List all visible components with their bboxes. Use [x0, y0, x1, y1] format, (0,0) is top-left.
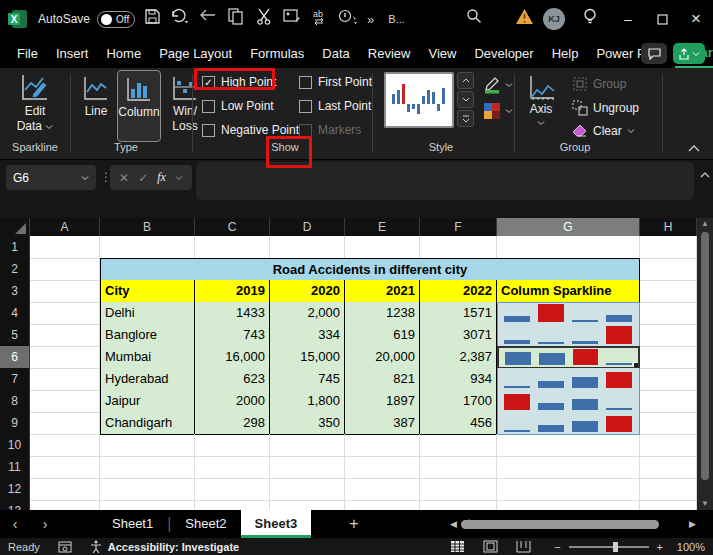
row-header[interactable]: 11 — [0, 456, 30, 479]
comments-button[interactable] — [641, 43, 667, 64]
tab-formulas[interactable]: Formulas — [241, 40, 313, 67]
cell-value[interactable]: 619 — [345, 324, 420, 347]
select-all-corner[interactable] — [0, 218, 30, 236]
cell[interactable] — [640, 346, 697, 369]
page-layout-view-button[interactable] — [483, 540, 498, 553]
cut-button[interactable] — [253, 8, 275, 30]
col-header-d[interactable]: D — [270, 218, 345, 236]
cell-value[interactable]: 745 — [270, 368, 345, 391]
cell[interactable] — [640, 412, 697, 435]
cell-value[interactable]: 1,800 — [270, 390, 345, 413]
cell[interactable] — [195, 236, 270, 259]
cell[interactable] — [270, 478, 345, 501]
tab-home[interactable]: Home — [97, 40, 150, 67]
style-preview[interactable] — [384, 72, 454, 128]
cell-value[interactable]: 298 — [195, 412, 270, 435]
copy-button[interactable] — [225, 8, 247, 30]
style-gallery-more-button[interactable] — [457, 110, 474, 127]
cell[interactable] — [270, 236, 345, 259]
warning-icon[interactable] — [513, 8, 535, 30]
checkbox-last-point[interactable]: Last Point — [299, 99, 371, 113]
cell[interactable] — [30, 236, 100, 259]
style-scroll-down-button[interactable] — [457, 91, 474, 108]
cell-value[interactable]: 20,000 — [345, 346, 420, 369]
sparkline-cell[interactable] — [497, 368, 640, 391]
cell[interactable] — [30, 434, 100, 457]
cell-value[interactable]: 934 — [420, 368, 497, 391]
cell[interactable] — [30, 324, 100, 347]
row-header[interactable]: 4 — [0, 302, 30, 325]
back-arrow-icon[interactable] — [197, 8, 219, 30]
tab-page-layout[interactable]: Page Layout — [150, 40, 241, 67]
tab-help[interactable]: Help — [543, 40, 588, 67]
tab-insert[interactable]: Insert — [47, 40, 98, 67]
line-sparkline-button[interactable]: Line — [76, 74, 116, 119]
minimize-button[interactable]: – — [611, 0, 645, 38]
cell-value[interactable]: 350 — [270, 412, 345, 435]
cell-value[interactable]: 334 — [270, 324, 345, 347]
row-header[interactable]: 3 — [0, 280, 30, 303]
cell[interactable] — [420, 478, 497, 501]
cell[interactable] — [30, 258, 100, 281]
cell-value[interactable]: 743 — [195, 324, 270, 347]
normal-view-button[interactable] — [450, 540, 465, 553]
cell[interactable] — [100, 434, 195, 457]
expand-formula-bar-button[interactable] — [700, 172, 710, 178]
cell[interactable] — [640, 390, 697, 413]
edit-data-button[interactable]: Edit Data — [8, 72, 62, 134]
sheet-tab-sheet3-active[interactable]: Sheet3 — [241, 510, 312, 538]
table-header-sparkline[interactable]: Column Sparkline — [497, 280, 640, 303]
maximize-button[interactable] — [645, 0, 679, 38]
cell[interactable] — [30, 346, 100, 369]
table-header-2019[interactable]: 2019 — [195, 280, 270, 303]
collapse-ribbon-button[interactable] — [688, 138, 704, 150]
cell-value[interactable]: 16,000 — [195, 346, 270, 369]
cell-value[interactable]: 2,000 — [270, 302, 345, 325]
zoom-out-button[interactable]: − — [554, 541, 560, 553]
tab-view[interactable]: View — [419, 40, 465, 67]
col-header-a[interactable]: A — [30, 218, 100, 236]
sparkline-cell[interactable] — [497, 302, 640, 325]
cell-value[interactable]: 387 — [345, 412, 420, 435]
table-title-cell[interactable]: Road Accidents in different city — [100, 258, 640, 281]
cell[interactable] — [30, 478, 100, 501]
scroll-down-arrow[interactable]: ▼ — [701, 498, 709, 510]
cell[interactable] — [100, 236, 195, 259]
cell[interactable] — [345, 478, 420, 501]
cell-value[interactable]: 1571 — [420, 302, 497, 325]
col-header-c[interactable]: C — [195, 218, 270, 236]
undo-button[interactable] — [169, 8, 191, 30]
scroll-left-arrow[interactable]: ◀ — [450, 519, 457, 529]
paste-picture-button[interactable] — [281, 8, 303, 30]
sheet-tab-sheet2[interactable]: Sheet2 — [171, 510, 240, 538]
vertical-scroll-thumb[interactable] — [701, 232, 709, 480]
column-sparkline-button[interactable]: Column — [117, 70, 161, 142]
cell[interactable] — [640, 324, 697, 347]
cell-value[interactable]: 1897 — [345, 390, 420, 413]
cell[interactable] — [100, 478, 195, 501]
cell[interactable] — [420, 236, 497, 259]
cell-value[interactable]: 821 — [345, 368, 420, 391]
row-header[interactable]: 1 — [0, 236, 30, 259]
touch-mode-button[interactable] — [337, 8, 359, 30]
cell[interactable] — [497, 456, 640, 479]
zoom-slider[interactable] — [569, 546, 649, 548]
marker-color-button[interactable] — [483, 102, 513, 120]
tab-file[interactable]: File — [8, 40, 47, 67]
col-header-g-selected[interactable]: G — [497, 218, 640, 236]
accessibility-status[interactable]: Accessibility: Investigate — [108, 541, 239, 553]
cell[interactable] — [30, 456, 100, 479]
cell[interactable] — [270, 456, 345, 479]
cell[interactable] — [640, 236, 697, 259]
col-header-f[interactable]: F — [420, 218, 497, 236]
active-cell-g6[interactable] — [497, 346, 640, 369]
checkbox-low-point[interactable]: Low Point — [202, 99, 274, 113]
cell[interactable] — [195, 434, 270, 457]
sheet-tab-sheet1[interactable]: Sheet1 — [98, 510, 167, 538]
cell[interactable] — [497, 434, 640, 457]
cell-value[interactable]: 3071 — [420, 324, 497, 347]
cell[interactable] — [100, 456, 195, 479]
sparkline-cell[interactable] — [497, 390, 640, 413]
horizontal-scrollbar[interactable]: ◀ ▶ — [450, 517, 700, 531]
cell-value[interactable]: 1238 — [345, 302, 420, 325]
